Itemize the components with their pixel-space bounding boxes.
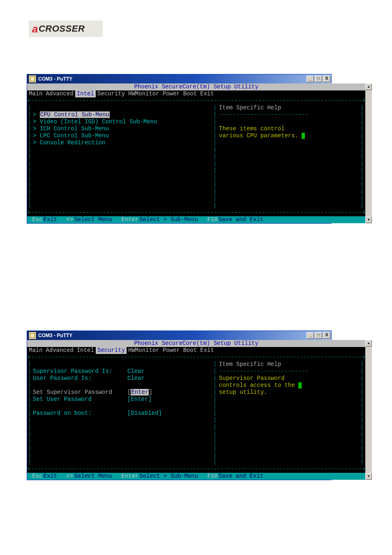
tab-security[interactable]: Security bbox=[96, 90, 127, 97]
form-label[interactable]: User Password Is: bbox=[33, 375, 92, 382]
tab-power[interactable]: Power bbox=[161, 347, 182, 354]
footer-label: Select > Sub-Menu bbox=[139, 473, 198, 480]
footer-key: Enter bbox=[118, 216, 138, 223]
terminal[interactable]: Phoenix SecureCore(tm) Setup UtilityMain… bbox=[27, 83, 365, 223]
tab-boot[interactable]: Boot bbox=[182, 90, 199, 97]
help-title: Item Specific Help bbox=[219, 361, 281, 368]
footer-label: Select > Sub-Menu bbox=[139, 216, 198, 223]
close-button[interactable]: X bbox=[323, 76, 330, 82]
tab-power[interactable]: Power bbox=[161, 90, 182, 97]
tab-intel[interactable]: Intel bbox=[75, 347, 96, 354]
tab-exit[interactable]: Exit bbox=[198, 347, 216, 354]
form-value[interactable]: [Enter] bbox=[127, 396, 152, 403]
tab-advanced[interactable]: Advanced bbox=[44, 90, 75, 97]
footer-label: Select Menu bbox=[74, 473, 112, 480]
cursor bbox=[298, 382, 302, 388]
maximize-button[interactable]: □ bbox=[315, 76, 322, 82]
footer-key: Enter bbox=[118, 473, 138, 480]
logo-first-letter: a bbox=[32, 23, 38, 35]
putty-window: COM3 - PuTTY _ □ X Phoenix SecureCore(tm… bbox=[27, 331, 332, 480]
help-text: These items control bbox=[219, 125, 285, 132]
tabs-row: MainAdvancedIntelSecurityHWMonitorPowerB… bbox=[27, 90, 365, 97]
tab-hwmonitor[interactable]: HWMonitor bbox=[127, 347, 161, 354]
scroll-track[interactable] bbox=[365, 90, 372, 217]
tab-advanced[interactable]: Advanced bbox=[44, 347, 75, 354]
maximize-button[interactable]: □ bbox=[315, 332, 322, 339]
submenu-item[interactable]: > Console Redirection bbox=[33, 139, 105, 146]
submenu-item[interactable]: > LPC Control Sub-Menu bbox=[33, 132, 109, 139]
help-divider: -------------------------- bbox=[219, 368, 309, 375]
minimize-button[interactable]: _ bbox=[307, 332, 314, 339]
help-title: Item Specific Help bbox=[219, 104, 281, 111]
help-divider: -------------------------- bbox=[219, 111, 309, 118]
footer-key: <> bbox=[63, 473, 73, 480]
scroll-up-button[interactable]: ▴ bbox=[365, 83, 372, 90]
footer-bar: EscExit <>Select Menu EnterSelect > Sub-… bbox=[27, 216, 365, 223]
menu-prefix: > bbox=[33, 111, 40, 118]
form-label[interactable]: Set Supervisor Password bbox=[33, 389, 112, 395]
tab-exit[interactable]: Exit bbox=[198, 90, 216, 97]
putty-icon bbox=[29, 75, 36, 83]
scroll-down-button[interactable]: ▾ bbox=[365, 473, 372, 480]
titlebar[interactable]: COM3 - PuTTY _ □ X bbox=[27, 331, 331, 340]
window-title: COM3 - PuTTY bbox=[38, 333, 307, 338]
bios-title: Phoenix SecureCore(tm) Setup Utility bbox=[27, 83, 365, 90]
close-button[interactable]: X bbox=[323, 332, 330, 339]
cursor bbox=[302, 133, 305, 139]
footer-label: Save and Exit bbox=[219, 216, 263, 223]
tab-security[interactable]: Security bbox=[96, 347, 127, 354]
putty-icon bbox=[29, 332, 36, 339]
scroll-track[interactable] bbox=[365, 347, 372, 473]
help-text: controls access to the bbox=[219, 382, 298, 388]
submenu-item[interactable]: > ICH Control Sub-Menu bbox=[33, 125, 109, 132]
form-value[interactable]: [Disabled] bbox=[127, 410, 162, 417]
footer-key: F10 bbox=[204, 216, 218, 223]
footer-key: <> bbox=[63, 216, 73, 223]
terminal[interactable]: Phoenix SecureCore(tm) Setup UtilityMain… bbox=[27, 340, 365, 480]
footer-label: Exit bbox=[44, 216, 58, 223]
help-text: setup utility. bbox=[219, 389, 267, 395]
footer-label: Save and Exit bbox=[219, 473, 263, 480]
form-label[interactable]: Password on boot: bbox=[33, 410, 92, 416]
form-value[interactable]: Clear bbox=[127, 368, 145, 375]
footer-key: F10 bbox=[204, 473, 218, 480]
tab-main[interactable]: Main bbox=[27, 347, 44, 354]
footer-key: Esc bbox=[29, 473, 43, 480]
minimize-button[interactable]: _ bbox=[307, 76, 314, 82]
submenu-item[interactable]: > Video (Intel IGD) Control Sub-Menu bbox=[33, 118, 157, 125]
form-label[interactable]: Supervisor Password Is: bbox=[33, 368, 112, 375]
scroll-down-button[interactable]: ▾ bbox=[365, 217, 372, 223]
divider: +---------------------------------------… bbox=[27, 209, 365, 216]
divider: +---------------------------------------… bbox=[27, 354, 365, 361]
logo-rest: CROSSER bbox=[39, 23, 85, 34]
footer-label: Select Menu bbox=[74, 216, 112, 223]
tabs-row: MainAdvancedIntelSecurityHWMonitorPowerB… bbox=[27, 347, 365, 354]
divider: +---------------------------------------… bbox=[27, 466, 365, 473]
titlebar[interactable]: COM3 - PuTTY _ □ X bbox=[27, 74, 331, 83]
help-text: Supervisor Password bbox=[219, 375, 285, 382]
form-value[interactable]: Clear bbox=[127, 375, 145, 382]
tab-hwmonitor[interactable]: HWMonitor bbox=[127, 90, 161, 97]
form-value-selected[interactable]: Enter bbox=[131, 389, 149, 395]
putty-window: COM3 - PuTTY _ □ X Phoenix SecureCore(tm… bbox=[27, 74, 332, 224]
bios-title: Phoenix SecureCore(tm) Setup Utility bbox=[27, 340, 365, 347]
footer-bar: EscExit <>Select Menu EnterSelect > Sub-… bbox=[27, 473, 365, 480]
tab-main[interactable]: Main bbox=[27, 90, 44, 97]
divider: +---------------------------------------… bbox=[27, 97, 365, 104]
scroll-up-button[interactable]: ▴ bbox=[365, 340, 372, 347]
logo: aCROSSER bbox=[29, 21, 103, 37]
tab-intel[interactable]: Intel bbox=[75, 90, 96, 97]
form-label[interactable]: Set User Password bbox=[33, 396, 92, 402]
scrollbar[interactable]: ▴ ▾ bbox=[365, 340, 372, 480]
scrollbar[interactable]: ▴ ▾ bbox=[365, 83, 372, 223]
footer-key: Esc bbox=[29, 216, 43, 223]
tab-boot[interactable]: Boot bbox=[182, 347, 199, 354]
menu-item-selected[interactable]: CPU Control Sub-Menu bbox=[40, 111, 110, 118]
footer-label: Exit bbox=[44, 473, 58, 480]
window-title: COM3 - PuTTY bbox=[38, 76, 307, 82]
help-text: various CPU parameters. bbox=[219, 132, 302, 139]
